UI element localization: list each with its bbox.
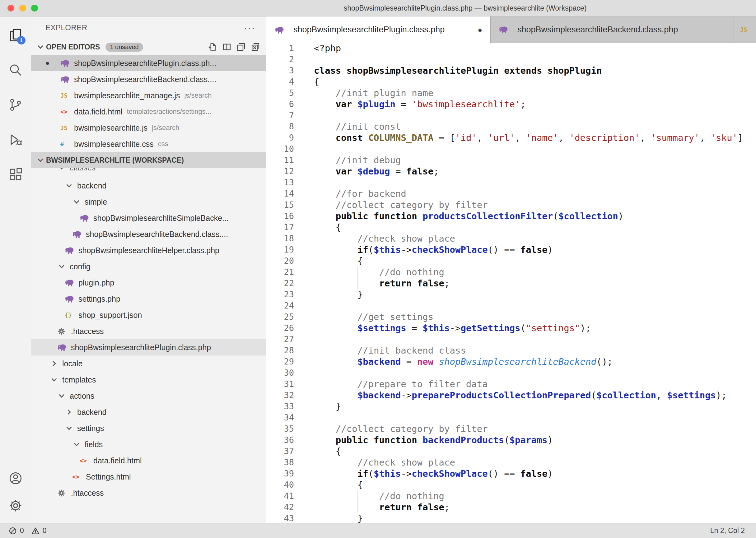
- code-line[interactable]: 28 //init backend class: [266, 345, 756, 356]
- close-all-editors-icon[interactable]: [251, 43, 260, 51]
- code-line[interactable]: 13: [266, 177, 756, 188]
- split-editor-icon[interactable]: [222, 43, 231, 51]
- code-line[interactable]: 38 //check show place: [266, 457, 756, 468]
- code-line[interactable]: 31 //prepare to filter data: [266, 378, 756, 390]
- code-line[interactable]: 12 var $debug = false;: [266, 166, 756, 177]
- search-icon[interactable]: [8, 63, 23, 78]
- open-editor-item[interactable]: JSbwsimplesearchlite.jsjs/search: [31, 120, 266, 136]
- code-line[interactable]: 17 {: [266, 222, 756, 233]
- open-editors-header[interactable]: OPEN EDITORS 1 unsaved: [31, 39, 266, 55]
- code-line[interactable]: 23 }: [266, 289, 756, 300]
- code-line[interactable]: 1<?php: [266, 43, 756, 54]
- code-line[interactable]: 35 //collect category by filter: [266, 423, 756, 434]
- code-line[interactable]: 26 $settings = $this->getSettings("setti…: [266, 322, 756, 334]
- tree-folder-item[interactable]: settings: [31, 420, 266, 436]
- tree-file-item[interactable]: .htaccess: [31, 323, 266, 339]
- more-actions-icon[interactable]: ···: [244, 25, 256, 31]
- account-icon[interactable]: [8, 471, 23, 486]
- code-line[interactable]: 19 if($this->checkShowPlace() == false): [266, 244, 756, 255]
- chevron-down-icon: [36, 156, 45, 165]
- code-line[interactable]: 29 $backend = new shopBwsimplesearchlite…: [266, 356, 756, 367]
- code-line[interactable]: 7: [266, 110, 756, 121]
- code-editor[interactable]: 1<?php23class shopBwsimplesearchlitePlug…: [266, 43, 756, 523]
- code-line[interactable]: 21 //do nothing: [266, 266, 756, 278]
- code-line[interactable]: 14 //for backend: [266, 188, 756, 199]
- code-line[interactable]: 9 const COLUMNS_DATA = ['id', 'url', 'na…: [266, 132, 756, 143]
- code-line[interactable]: 41 //do nothing: [266, 490, 756, 502]
- code-line[interactable]: 39 if($this->checkShowPlace() == false): [266, 468, 756, 479]
- tree-file-item[interactable]: shopBwsimplesearchliteBackend.class....: [31, 226, 266, 242]
- save-all-icon[interactable]: [237, 43, 246, 51]
- code-line[interactable]: 34: [266, 412, 756, 423]
- tree-folder-item[interactable]: backend: [31, 178, 266, 194]
- php-icon: [65, 295, 74, 303]
- tree-file-item[interactable]: shopBwsimplesearchlitePlugin.class.php: [31, 339, 266, 355]
- code-line[interactable]: 5 //init plugin name: [266, 87, 756, 99]
- tree-file-item[interactable]: <>Settings.html: [31, 469, 266, 485]
- open-editors-label: OPEN EDITORS: [46, 43, 100, 51]
- tree-folder-item[interactable]: locale: [31, 355, 266, 372]
- close-window-button[interactable]: [8, 5, 14, 12]
- code-line[interactable]: 32 $backend->prepareProductsCollectionPr…: [266, 390, 756, 401]
- tree-folder-item[interactable]: simple: [31, 194, 266, 210]
- tree-folder-item[interactable]: fields: [31, 436, 266, 453]
- minimize-window-button[interactable]: [19, 5, 26, 12]
- tree-file-item[interactable]: .htaccess: [31, 485, 266, 501]
- code-line[interactable]: 36 public function backendProducts($para…: [266, 434, 756, 446]
- cursor-position[interactable]: Ln 2, Col 2: [710, 526, 745, 535]
- tree-item-label: data.field.html: [93, 456, 142, 465]
- code-line[interactable]: 16 public function productsCollectionFil…: [266, 211, 756, 222]
- open-editor-item[interactable]: JSbwsimplesearchlite_manage.jsjs/search: [31, 87, 266, 104]
- line-number: 37: [266, 446, 294, 457]
- files-icon[interactable]: 1: [8, 28, 23, 43]
- source-control-icon[interactable]: [8, 97, 23, 112]
- tree-file-item[interactable]: settings.php: [31, 291, 266, 307]
- code-line[interactable]: 6 var $plugin = 'bwsimplesearchlite';: [266, 99, 756, 110]
- new-file-icon[interactable]: [208, 43, 217, 51]
- tree-file-item[interactable]: plugin.php: [31, 275, 266, 291]
- code-line[interactable]: 4{: [266, 76, 756, 87]
- run-debug-icon[interactable]: [8, 132, 23, 147]
- code-line[interactable]: 15 //collect category by filter: [266, 199, 756, 211]
- tree-folder-item[interactable]: classes: [31, 168, 266, 176]
- open-editor-item[interactable]: ●shopBwsimplesearchlitePlugin.class.ph..…: [31, 55, 266, 71]
- code-line[interactable]: 43 }: [266, 513, 756, 523]
- code-line[interactable]: 33 }: [266, 401, 756, 412]
- open-editors-list: ●shopBwsimplesearchlitePlugin.class.ph..…: [31, 55, 266, 152]
- code-line[interactable]: 22 return false;: [266, 278, 756, 289]
- code-line[interactable]: 40 {: [266, 479, 756, 490]
- code-line[interactable]: 20 {: [266, 255, 756, 266]
- extensions-icon[interactable]: [8, 167, 23, 182]
- code-line[interactable]: 2: [266, 54, 756, 65]
- code-line[interactable]: 30: [266, 367, 756, 378]
- code-line[interactable]: 37 {: [266, 446, 756, 457]
- code-line[interactable]: 18 //check show place: [266, 233, 756, 244]
- tree-folder-item[interactable]: templates: [31, 372, 266, 388]
- code-line[interactable]: 8 //init const: [266, 121, 756, 132]
- editor-tab[interactable]: shopBwsimplesearchliteBackend.class.php: [491, 17, 730, 43]
- tree-file-item[interactable]: shopBwsimplesearchliteSimpleBacke...: [31, 210, 266, 226]
- zoom-window-button[interactable]: [31, 5, 38, 12]
- open-editor-item[interactable]: #bwsimplesearchlite.csscss: [31, 136, 266, 152]
- open-editor-item[interactable]: shopBwsimplesearchliteBackend.class....: [31, 71, 266, 87]
- tree-file-item[interactable]: {}shop_support.json: [31, 307, 266, 323]
- code-line[interactable]: 11 //init debug: [266, 155, 756, 166]
- tree-file-item[interactable]: shopBwsimplesearchliteHelper.class.php: [31, 242, 266, 258]
- tree-folder-item[interactable]: actions: [31, 388, 266, 404]
- problems-indicator[interactable]: 0 0: [9, 526, 47, 535]
- code-line[interactable]: 42 return false;: [266, 502, 756, 513]
- open-editor-item[interactable]: <>data.field.htmltemplates/actions/setti…: [31, 104, 266, 120]
- tree-folder-item[interactable]: config: [31, 258, 266, 275]
- tree-file-item[interactable]: <>data.field.html: [31, 453, 266, 469]
- code-line[interactable]: 10: [266, 143, 756, 155]
- editor-tab[interactable]: JS: [733, 17, 756, 43]
- tree-folder-item[interactable]: backend: [31, 404, 266, 420]
- editor-tab[interactable]: shopBwsimplesearchlitePlugin.class.php●: [266, 17, 491, 43]
- dirty-indicator[interactable]: ●: [478, 26, 483, 34]
- code-line[interactable]: 3class shopBwsimplesearchlitePlugin exte…: [266, 65, 756, 76]
- code-line[interactable]: 24: [266, 300, 756, 311]
- workspace-header[interactable]: BWSIMPLESEARCHLITE (WORKSPACE): [31, 152, 266, 168]
- code-line[interactable]: 27: [266, 334, 756, 345]
- settings-icon[interactable]: [8, 498, 23, 513]
- code-line[interactable]: 25 //get settings: [266, 311, 756, 322]
